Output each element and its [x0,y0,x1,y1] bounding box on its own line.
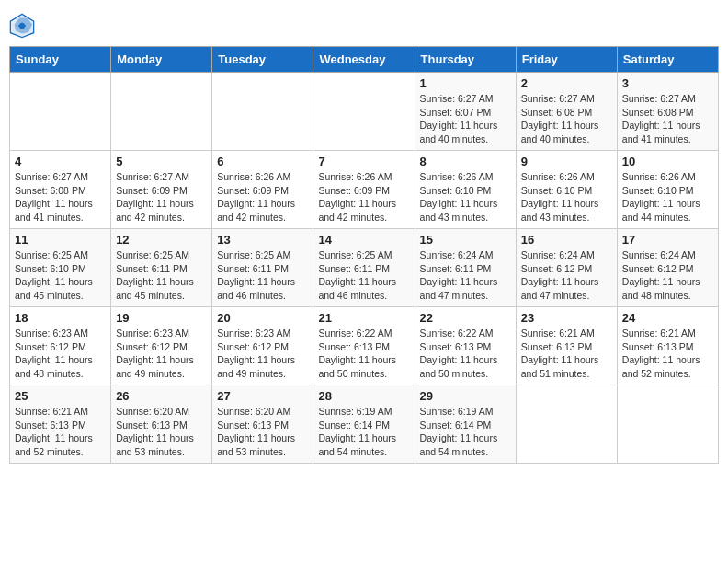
calendar-cell: 26Sunrise: 6:20 AM Sunset: 6:13 PM Dayli… [111,385,212,464]
calendar-cell: 5Sunrise: 6:27 AM Sunset: 6:09 PM Daylig… [111,151,212,229]
calendar-cell [313,73,415,151]
week-row-4: 25Sunrise: 6:21 AM Sunset: 6:13 PM Dayli… [10,385,719,464]
calendar-cell: 15Sunrise: 6:24 AM Sunset: 6:11 PM Dayli… [415,229,516,307]
calendar-cell: 7Sunrise: 6:26 AM Sunset: 6:09 PM Daylig… [313,151,415,229]
header-cell-friday: Friday [516,47,617,73]
day-number: 3 [622,76,713,90]
header-row: SundayMondayTuesdayWednesdayThursdayFrid… [10,47,719,73]
calendar-cell [516,385,617,464]
day-info: Sunrise: 6:27 AM Sunset: 6:08 PM Dayligh… [521,92,612,146]
day-number: 12 [116,233,207,247]
day-info: Sunrise: 6:21 AM Sunset: 6:13 PM Dayligh… [521,327,612,381]
day-info: Sunrise: 6:20 AM Sunset: 6:13 PM Dayligh… [116,405,207,459]
day-number: 19 [116,311,207,325]
day-number: 20 [217,311,308,325]
day-info: Sunrise: 6:19 AM Sunset: 6:14 PM Dayligh… [318,405,409,459]
day-info: Sunrise: 6:25 AM Sunset: 6:10 PM Dayligh… [15,248,106,303]
day-number: 8 [420,155,511,168]
day-info: Sunrise: 6:25 AM Sunset: 6:11 PM Dayligh… [318,248,409,303]
day-number: 24 [622,311,713,325]
day-info: Sunrise: 6:20 AM Sunset: 6:13 PM Dayligh… [217,405,308,459]
calendar-table: SundayMondayTuesdayWednesdayThursdayFrid… [9,46,719,464]
week-row-3: 18Sunrise: 6:23 AM Sunset: 6:12 PM Dayli… [10,307,719,385]
day-number: 17 [622,233,713,247]
calendar-cell [10,73,111,151]
calendar-cell: 4Sunrise: 6:27 AM Sunset: 6:08 PM Daylig… [10,151,111,229]
calendar-cell: 23Sunrise: 6:21 AM Sunset: 6:13 PM Dayli… [516,307,617,385]
calendar-cell: 8Sunrise: 6:26 AM Sunset: 6:10 PM Daylig… [415,151,516,229]
calendar-cell: 21Sunrise: 6:22 AM Sunset: 6:13 PM Dayli… [313,307,415,385]
calendar-cell [617,385,718,464]
calendar-cell: 13Sunrise: 6:25 AM Sunset: 6:11 PM Dayli… [212,229,313,307]
day-info: Sunrise: 6:26 AM Sunset: 6:09 PM Dayligh… [217,170,308,224]
header [9,9,719,39]
calendar-header: SundayMondayTuesdayWednesdayThursdayFrid… [10,47,719,73]
calendar-cell: 19Sunrise: 6:23 AM Sunset: 6:12 PM Dayli… [111,307,212,385]
calendar-cell: 6Sunrise: 6:26 AM Sunset: 6:09 PM Daylig… [212,151,313,229]
day-number: 25 [15,389,106,403]
calendar-body: 1Sunrise: 6:27 AM Sunset: 6:07 PM Daylig… [10,73,719,464]
header-cell-wednesday: Wednesday [313,47,415,73]
calendar-cell: 25Sunrise: 6:21 AM Sunset: 6:13 PM Dayli… [10,385,111,464]
day-number: 5 [116,155,207,168]
day-number: 13 [217,233,308,247]
calendar-cell: 18Sunrise: 6:23 AM Sunset: 6:12 PM Dayli… [10,307,111,385]
header-cell-sunday: Sunday [10,47,111,73]
day-info: Sunrise: 6:27 AM Sunset: 6:07 PM Dayligh… [420,92,511,146]
day-info: Sunrise: 6:27 AM Sunset: 6:08 PM Dayligh… [15,170,106,224]
calendar-cell: 28Sunrise: 6:19 AM Sunset: 6:14 PM Dayli… [313,385,415,464]
day-number: 22 [420,311,511,325]
calendar-cell: 20Sunrise: 6:23 AM Sunset: 6:12 PM Dayli… [212,307,313,385]
calendar-cell: 14Sunrise: 6:25 AM Sunset: 6:11 PM Dayli… [313,229,415,307]
day-number: 6 [217,155,308,168]
day-info: Sunrise: 6:19 AM Sunset: 6:14 PM Dayligh… [420,405,511,459]
day-number: 9 [521,155,612,168]
day-info: Sunrise: 6:21 AM Sunset: 6:13 PM Dayligh… [15,405,106,459]
calendar-cell: 16Sunrise: 6:24 AM Sunset: 6:12 PM Dayli… [516,229,617,307]
logo [9,13,39,39]
day-info: Sunrise: 6:22 AM Sunset: 6:13 PM Dayligh… [318,327,409,381]
day-number: 28 [318,389,409,403]
week-row-0: 1Sunrise: 6:27 AM Sunset: 6:07 PM Daylig… [10,73,719,151]
calendar-cell [212,73,313,151]
day-info: Sunrise: 6:21 AM Sunset: 6:13 PM Dayligh… [622,327,713,381]
day-number: 16 [521,233,612,247]
header-cell-saturday: Saturday [617,47,718,73]
calendar-cell [111,73,212,151]
day-info: Sunrise: 6:26 AM Sunset: 6:09 PM Dayligh… [318,170,409,224]
day-info: Sunrise: 6:27 AM Sunset: 6:09 PM Dayligh… [116,170,207,224]
calendar-cell: 11Sunrise: 6:25 AM Sunset: 6:10 PM Dayli… [10,229,111,307]
day-number: 2 [521,76,612,90]
logo-icon [9,13,35,39]
calendar-cell: 17Sunrise: 6:24 AM Sunset: 6:12 PM Dayli… [617,229,718,307]
day-number: 4 [15,155,106,168]
day-info: Sunrise: 6:24 AM Sunset: 6:11 PM Dayligh… [420,248,511,303]
day-number: 15 [420,233,511,247]
day-number: 10 [622,155,713,168]
day-number: 29 [420,389,511,403]
day-info: Sunrise: 6:25 AM Sunset: 6:11 PM Dayligh… [217,248,308,303]
day-info: Sunrise: 6:24 AM Sunset: 6:12 PM Dayligh… [521,248,612,303]
header-cell-monday: Monday [111,47,212,73]
header-cell-thursday: Thursday [415,47,516,73]
day-number: 18 [15,311,106,325]
week-row-1: 4Sunrise: 6:27 AM Sunset: 6:08 PM Daylig… [10,151,719,229]
day-info: Sunrise: 6:26 AM Sunset: 6:10 PM Dayligh… [521,170,612,224]
day-number: 27 [217,389,308,403]
calendar-cell: 29Sunrise: 6:19 AM Sunset: 6:14 PM Dayli… [415,385,516,464]
day-info: Sunrise: 6:23 AM Sunset: 6:12 PM Dayligh… [116,327,207,381]
calendar-cell: 10Sunrise: 6:26 AM Sunset: 6:10 PM Dayli… [617,151,718,229]
day-number: 21 [318,311,409,325]
day-number: 7 [318,155,409,168]
day-number: 1 [420,76,511,90]
day-info: Sunrise: 6:23 AM Sunset: 6:12 PM Dayligh… [15,327,106,381]
calendar-cell: 22Sunrise: 6:22 AM Sunset: 6:13 PM Dayli… [415,307,516,385]
day-info: Sunrise: 6:23 AM Sunset: 6:12 PM Dayligh… [217,327,308,381]
day-number: 23 [521,311,612,325]
day-info: Sunrise: 6:26 AM Sunset: 6:10 PM Dayligh… [622,170,713,224]
day-number: 14 [318,233,409,247]
calendar-cell: 2Sunrise: 6:27 AM Sunset: 6:08 PM Daylig… [516,73,617,151]
week-row-2: 11Sunrise: 6:25 AM Sunset: 6:10 PM Dayli… [10,229,719,307]
day-number: 11 [15,233,106,247]
calendar-cell: 9Sunrise: 6:26 AM Sunset: 6:10 PM Daylig… [516,151,617,229]
